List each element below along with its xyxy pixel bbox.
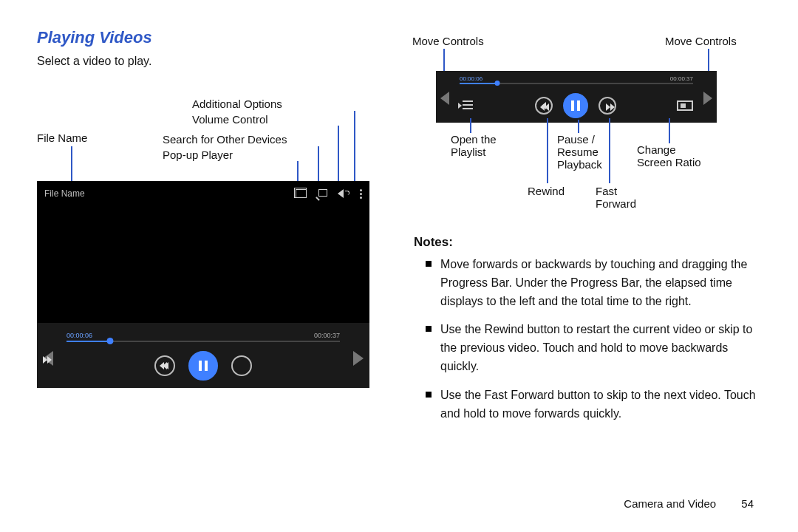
section-heading: Playing Videos: [37, 28, 369, 47]
footer-section: Camera and Video: [624, 497, 716, 510]
progress-bar[interactable]: 00:00:06 00:00:37: [66, 332, 340, 344]
popup-player-icon[interactable]: [296, 189, 307, 198]
label-volume-control: Volume Control: [192, 113, 268, 126]
leader-file-name: [71, 146, 72, 183]
leader-popup-player: [297, 161, 299, 183]
section-subtext: Select a video to play.: [37, 55, 369, 68]
note-item: Use the Rewind button to restart the cur…: [414, 321, 768, 375]
notes-list: Move forwards or backwards by touching a…: [414, 256, 768, 423]
footer-page-number: 54: [741, 497, 754, 510]
page-footer: Camera and Video 54: [624, 497, 754, 510]
search-devices-icon[interactable]: [317, 188, 329, 199]
pause-button[interactable]: [188, 351, 218, 381]
label-additional-options: Additional Options: [192, 98, 282, 110]
leader-search-devices: [318, 146, 319, 183]
player-filename: File Name: [44, 188, 85, 199]
note-item: Use the Fast Forward button to skip to t…: [414, 386, 768, 423]
leader-additional-options: [354, 111, 355, 183]
notes-heading: Notes:: [414, 235, 768, 250]
elapsed-time: 00:00:06: [66, 332, 92, 339]
volume-icon[interactable]: [339, 188, 349, 199]
leader-volume-control: [338, 126, 339, 183]
player-controls-bar: 00:00:06 00:00:37: [37, 323, 369, 388]
note-item: Move forwards or backwards by touching a…: [414, 256, 768, 310]
video-player-illustration: File Name 00:00:06 00:00:37: [37, 181, 369, 388]
label-search-devices: Search for Other Devices: [163, 133, 287, 146]
fast-forward-button[interactable]: [231, 355, 252, 376]
rewind-button[interactable]: [154, 355, 175, 376]
more-options-icon[interactable]: [360, 189, 362, 199]
label-popup-player: Pop-up Player: [163, 149, 233, 161]
label-file-name: File Name: [37, 132, 87, 144]
total-time: 00:00:37: [314, 332, 340, 339]
